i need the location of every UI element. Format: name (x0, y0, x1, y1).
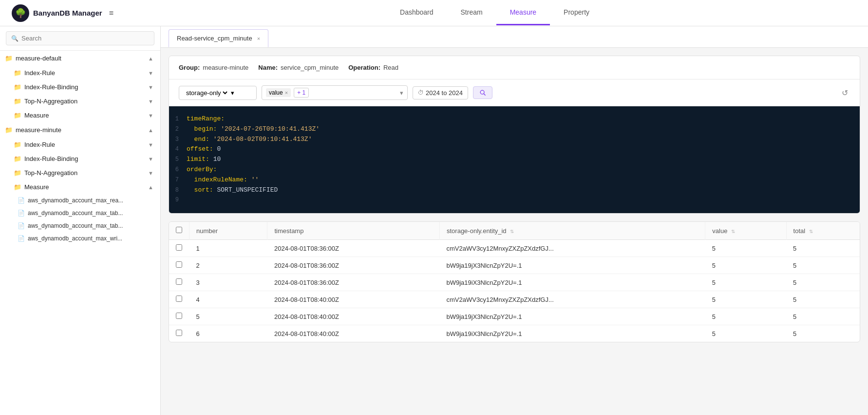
sidebar-group-measure-minute-children: 📁 Index-Rule ▼ 📁 Index-Rule-Binding ▼ (0, 138, 160, 245)
sidebar-item-top-n-aggregation-1[interactable]: 📁 Top-N-Aggregation ▼ (0, 94, 160, 108)
line-number: 1 (169, 114, 187, 124)
sidebar-item-label: Top-N-Aggregation (24, 169, 77, 177)
row-checkbox[interactable] (176, 330, 182, 336)
sidebar-group-measure-minute: 📁 measure-minute ▲ 📁 Index-Rule ▼ (0, 122, 160, 245)
code-line-7: 7 indexRuleName: '' (169, 175, 860, 185)
date-range-picker[interactable]: ⏱ 2024 to 2024 (413, 86, 468, 99)
sort-arrows-value: ⇅ (731, 229, 735, 234)
chevron-down-icon: ▼ (148, 142, 153, 148)
sidebar-item-index-rule-binding-1[interactable]: 📁 Index-Rule-Binding ▼ (0, 80, 160, 94)
list-item[interactable]: 📄 aws_dynamodb_account_max_tab... (0, 207, 160, 219)
list-item[interactable]: 📄 aws_dynamodb_account_max_tab... (0, 219, 160, 232)
td-checkbox (169, 291, 189, 308)
folder-icon: 📁 (14, 183, 21, 191)
tab-read-service-cpm-minute[interactable]: Read-service_cpm_minute × (169, 29, 268, 47)
table-row: 3 2024-08-01T08:36:00Z bW9ja19iX3NlcnZpY… (169, 274, 860, 291)
td-timestamp: 2024-08-01T08:36:00Z (267, 274, 440, 291)
code-editor[interactable]: 1 timeRange: 2 begin: '2024-07-26T09:10:… (169, 106, 860, 213)
td-checkbox (169, 240, 189, 257)
th-value[interactable]: value ⇅ (705, 222, 786, 240)
sidebar-item-top-n-aggregation-2[interactable]: 📁 Top-N-Aggregation ▼ (0, 166, 160, 180)
chevron-down-icon: ▼ (148, 113, 153, 119)
nav-measure[interactable]: Measure (496, 0, 550, 25)
td-value: 5 (705, 274, 786, 291)
search-button[interactable] (473, 86, 492, 99)
nav-dashboard[interactable]: Dashboard (386, 0, 447, 25)
value-tag: value × (266, 88, 291, 97)
hamburger-icon[interactable]: ≡ (109, 9, 113, 18)
td-timestamp: 2024-08-01T08:40:00Z (267, 308, 440, 325)
leaf-label: aws_dynamodb_account_max_tab... (28, 222, 123, 229)
tag-input-area: value × + 1 ▾ (262, 85, 408, 100)
row-checkbox[interactable] (176, 296, 182, 302)
group-label-measure-minute: measure-minute (16, 126, 61, 134)
nav-links: Dashboard Stream Measure Property (133, 0, 856, 25)
search-input[interactable] (21, 35, 149, 42)
sidebar-item-label: Index-Rule-Binding (24, 83, 78, 91)
main-layout: 🔍 📁 measure-default ▲ 📁 (0, 26, 868, 415)
folder-icon: 📁 (14, 98, 21, 105)
th-total[interactable]: total ⇅ (786, 222, 860, 240)
list-item[interactable]: 📄 aws_dynamodb_account_max_rea... (0, 194, 160, 207)
sidebar-group-header-measure-minute[interactable]: 📁 measure-minute ▲ (0, 122, 160, 138)
table-row: 1 2024-08-01T08:36:00Z cmV2aWV3cy12MnxyZ… (169, 240, 860, 257)
row-checkbox[interactable] (176, 278, 182, 285)
sidebar-item-index-rule-1[interactable]: 📁 Index-Rule ▼ (0, 66, 160, 80)
chevron-down-icon: ▼ (148, 99, 153, 104)
th-entity-id[interactable]: storage-only.entity_id ⇅ (439, 222, 705, 240)
chevron-up-icon: ▲ (148, 56, 153, 61)
list-item[interactable]: 📄 aws_dynamodb_account_max_wri... (0, 232, 160, 245)
row-checkbox[interactable] (176, 244, 182, 251)
clock-icon: ⏱ (418, 89, 424, 96)
td-entity-id: cmV2aWV3cy12MnxyZXZpZXdzfGJ... (439, 240, 705, 257)
row-checkbox[interactable] (176, 261, 182, 268)
sidebar-item-index-rule-binding-2[interactable]: 📁 Index-Rule-Binding ▼ (0, 152, 160, 166)
file-icon: 📄 (18, 235, 25, 242)
meta-name: Name: service_cpm_minute (258, 64, 339, 71)
sidebar-item-index-rule-2[interactable]: 📁 Index-Rule ▼ (0, 138, 160, 152)
logo-icon: 🌳 (12, 4, 29, 22)
nav-stream[interactable]: Stream (447, 0, 496, 25)
tag-remove-icon[interactable]: × (285, 90, 288, 96)
sidebar-item-label: Index-Rule-Binding (24, 155, 78, 162)
tab-close-icon[interactable]: × (257, 36, 260, 41)
code-line-8: 8 sort: SORT_UNSPECIFIED (169, 185, 860, 196)
query-bar: storage-only all ▾ value × + 1 ▾ (169, 79, 860, 106)
search-icon: 🔍 (11, 35, 19, 42)
sidebar-item-measure-2[interactable]: 📁 Measure ▲ (0, 180, 160, 194)
row-checkbox[interactable] (176, 313, 182, 319)
code-line-9: 9 (169, 195, 860, 205)
tag-add-button[interactable]: + 1 (294, 88, 309, 98)
td-timestamp: 2024-08-01T08:36:00Z (267, 257, 440, 274)
line-number: 7 (169, 175, 187, 185)
td-timestamp: 2024-08-01T08:36:00Z (267, 240, 440, 257)
content-area: Read-service_cpm_minute × Group: measure… (161, 26, 868, 415)
select-all-checkbox[interactable] (176, 227, 182, 233)
results-table: number timestamp storage-only.entity_id … (169, 222, 860, 342)
table-row: 4 2024-08-01T08:40:00Z cmV2aWV3cy12MnxyZ… (169, 291, 860, 308)
sidebar: 🔍 📁 measure-default ▲ 📁 (0, 26, 161, 415)
td-total: 5 (786, 308, 860, 325)
storage-select-input[interactable]: storage-only all (184, 89, 229, 97)
sidebar-item-label: Top-N-Aggregation (24, 98, 77, 105)
td-number: 2 (189, 257, 267, 274)
line-number: 5 (169, 155, 187, 164)
group-value: measure-minute (203, 64, 248, 71)
sidebar-item-label: Measure (24, 112, 49, 119)
folder-icon: 📁 (14, 83, 21, 91)
td-number: 4 (189, 291, 267, 308)
nav-property[interactable]: Property (550, 0, 603, 25)
sidebar-group-header-measure-default[interactable]: 📁 measure-default ▲ (0, 51, 160, 66)
storage-select[interactable]: storage-only all ▾ (179, 86, 257, 100)
refresh-button[interactable]: ↺ (840, 86, 850, 99)
col-entity-id-label: storage-only.entity_id (447, 227, 507, 235)
search-input-wrap[interactable]: 🔍 (6, 31, 154, 45)
name-value: service_cpm_minute (281, 64, 339, 71)
sidebar-item-measure-1[interactable]: 📁 Measure ▼ (0, 108, 160, 122)
svg-line-1 (484, 94, 485, 95)
tag-label: value (269, 89, 283, 96)
line-number: 9 (169, 195, 187, 205)
line-number: 6 (169, 165, 187, 175)
folder-icon: 📁 (14, 112, 21, 119)
code-line-5: 5 limit: 10 (169, 155, 860, 165)
